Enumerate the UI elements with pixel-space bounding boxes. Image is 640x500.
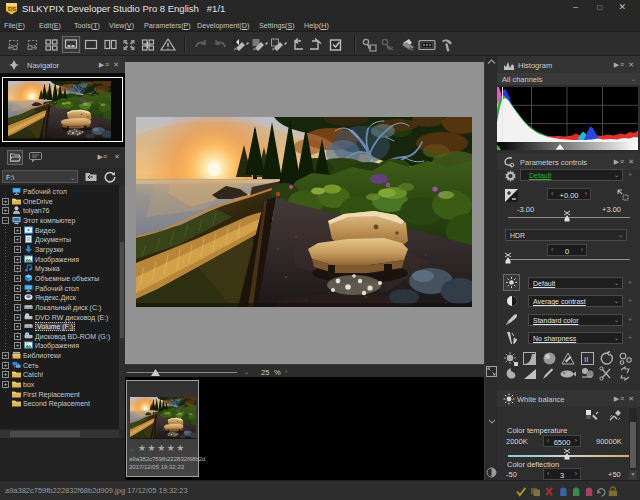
svg-text:DS: DS: [8, 6, 16, 12]
svg-text:II: II: [584, 355, 588, 364]
